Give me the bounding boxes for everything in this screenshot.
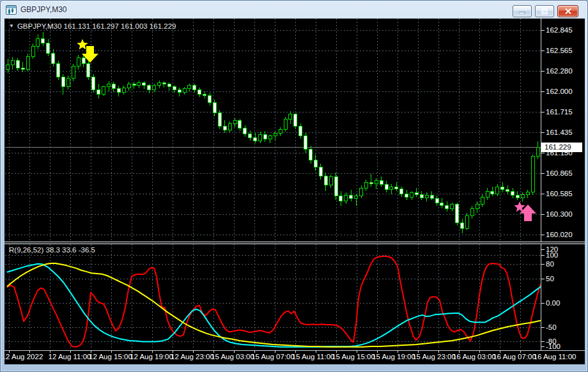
indicator-axis-label: -100 bbox=[546, 343, 561, 350]
candle bbox=[304, 136, 307, 149]
candle bbox=[137, 82, 141, 86]
candle bbox=[364, 182, 368, 188]
candle bbox=[435, 198, 438, 203]
candle bbox=[274, 133, 277, 136]
candle bbox=[228, 124, 231, 130]
candle bbox=[410, 192, 414, 197]
candle bbox=[102, 87, 105, 94]
candle bbox=[476, 204, 479, 208]
time-axis-label: 12 Aug 11:00 bbox=[49, 353, 91, 360]
candle bbox=[268, 136, 272, 139]
candle bbox=[314, 160, 317, 167]
time-axis-label: 12 Aug 23:00 bbox=[171, 353, 214, 360]
candle bbox=[420, 195, 423, 198]
chart-dropdown-arrow-icon: ▼ bbox=[9, 24, 14, 29]
symbol-label-text: GBPJPY,M30 161.131 161.297 161.003 161.2… bbox=[17, 22, 176, 30]
candle bbox=[42, 38, 45, 43]
restore-button[interactable] bbox=[535, 5, 554, 17]
time-axis-label: 16 Aug 07:00 bbox=[493, 353, 536, 360]
candle bbox=[238, 120, 242, 128]
candle bbox=[203, 94, 206, 95]
candle bbox=[309, 149, 313, 160]
indicator-axis-label: 100 bbox=[546, 251, 558, 259]
candle bbox=[66, 78, 70, 87]
candle bbox=[11, 60, 14, 65]
indicator-label-text: R(9,26,52) 38.3 33.6 -36.5 bbox=[9, 246, 95, 254]
candle bbox=[395, 187, 398, 189]
indicator-axis-label: 80 bbox=[546, 260, 554, 268]
candle bbox=[526, 192, 529, 195]
candle bbox=[465, 216, 468, 229]
time-axis-label: 16 Aug 11:00 bbox=[534, 353, 576, 360]
candle bbox=[36, 38, 40, 46]
chart-client: 162.845162.565162.280162.000161.715161.4… bbox=[4, 19, 585, 364]
candle bbox=[405, 194, 408, 198]
price-axis-label: 162.845 bbox=[546, 26, 573, 34]
price-axis-label: 160.020 bbox=[546, 231, 573, 238]
candle bbox=[536, 147, 539, 157]
candle bbox=[259, 135, 262, 141]
candle bbox=[339, 196, 343, 201]
candle bbox=[369, 182, 373, 183]
time-axis-label: 12 Aug 15:00 bbox=[89, 353, 132, 360]
candle bbox=[92, 77, 95, 89]
time-axis-label: 15 Aug 03:00 bbox=[211, 353, 254, 360]
candle bbox=[506, 190, 509, 191]
price-axis-label: 161.435 bbox=[546, 128, 573, 136]
minimize-button[interactable] bbox=[513, 5, 532, 17]
time-axis-label: 15 Aug 23:00 bbox=[412, 353, 456, 360]
candle bbox=[6, 65, 10, 70]
candle bbox=[57, 64, 60, 77]
candle bbox=[425, 196, 428, 198]
current-price-tag: 161.229 bbox=[541, 143, 582, 152]
close-icon bbox=[565, 8, 571, 14]
candle bbox=[26, 56, 29, 69]
time-axis[interactable]: 12 Aug 202212 Aug 11:0012 Aug 15:0012 Au… bbox=[4, 353, 576, 360]
candle bbox=[47, 43, 50, 54]
candle bbox=[360, 188, 363, 196]
candle bbox=[87, 64, 90, 77]
titlebar[interactable]: GBPJPY,M30 bbox=[1, 1, 587, 19]
candle bbox=[153, 86, 156, 90]
price-axis-label: 160.585 bbox=[546, 190, 573, 198]
restore-icon bbox=[541, 8, 548, 15]
candle bbox=[72, 66, 75, 78]
minimize-icon bbox=[519, 8, 525, 14]
candle bbox=[329, 176, 332, 185]
price-axis-label: 161.715 bbox=[546, 108, 573, 116]
candle bbox=[213, 103, 216, 113]
candle bbox=[344, 196, 348, 201]
chart-canvas[interactable]: 162.845162.565162.280162.000161.715161.4… bbox=[4, 19, 585, 364]
candle bbox=[173, 87, 176, 90]
price-axis-label: 160.865 bbox=[546, 169, 573, 177]
candle bbox=[516, 196, 519, 198]
candle bbox=[112, 84, 115, 88]
candle bbox=[162, 82, 166, 84]
candle bbox=[263, 135, 267, 139]
time-axis-label: 15 Aug 11:00 bbox=[292, 353, 335, 360]
candle bbox=[521, 195, 524, 198]
candle bbox=[82, 58, 85, 64]
time-axis-label: 12 Aug 2022 bbox=[4, 353, 43, 360]
candle bbox=[299, 126, 302, 136]
candle bbox=[380, 180, 383, 185]
candle bbox=[233, 120, 236, 124]
candle bbox=[97, 89, 100, 94]
candle bbox=[385, 185, 388, 190]
candle bbox=[148, 86, 151, 90]
price-axis-label: 162.280 bbox=[546, 67, 573, 75]
candle bbox=[375, 180, 378, 184]
candle bbox=[244, 128, 247, 134]
candle bbox=[167, 84, 171, 87]
candle bbox=[355, 196, 358, 198]
candle bbox=[470, 208, 474, 215]
window-separator[interactable] bbox=[4, 242, 585, 244]
candle bbox=[491, 191, 494, 194]
candle bbox=[440, 203, 444, 206]
time-axis-label: 16 Aug 03:00 bbox=[453, 353, 496, 360]
symbol-label: ▼ GBPJPY,M30 161.131 161.297 161.003 161… bbox=[9, 22, 176, 30]
candle bbox=[52, 54, 55, 64]
candle bbox=[501, 187, 504, 190]
close-button[interactable] bbox=[557, 5, 578, 17]
time-axis-label: 12 Aug 19:00 bbox=[130, 353, 173, 360]
